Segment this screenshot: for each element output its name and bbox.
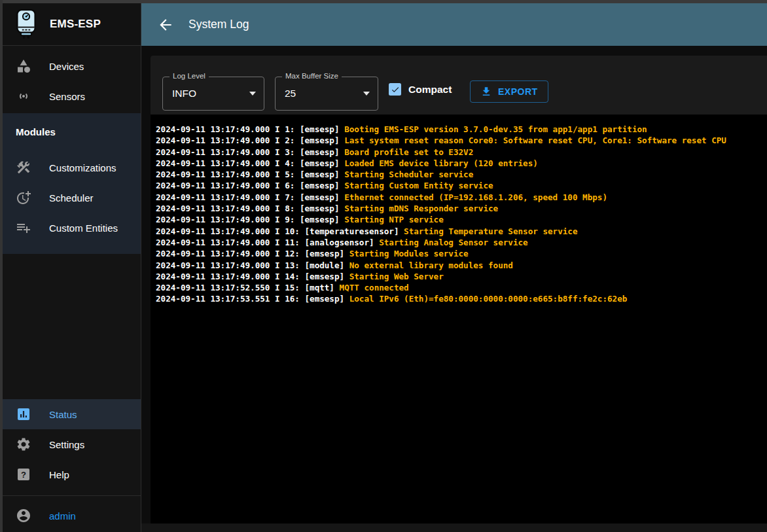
- log-line-prefix: 2024-09-11 13:17:49.000 I 2: [emsesp]: [156, 135, 340, 145]
- log-line-message: Ethernet connected (IP=192.168.1.206, sp…: [340, 192, 607, 202]
- log-line-prefix: 2024-09-11 13:17:49.000 I 4: [emsesp]: [156, 158, 340, 168]
- log-line: 2024-09-11 13:17:49.000 I 13: [module] N…: [156, 260, 764, 271]
- log-line-prefix: 2024-09-11 13:17:49.000 I 8: [emsesp]: [156, 204, 340, 213]
- sidebar-item-settings[interactable]: Settings: [3, 429, 141, 459]
- app-logo-header: EMS-ESP: [3, 3, 141, 46]
- log-line-prefix: 2024-09-11 13:17:53.551 I 16: [emsesp]: [156, 294, 344, 304]
- modules-section-header: Modules: [16, 126, 56, 137]
- log-line-prefix: 2024-09-11 13:17:49.000 I 6: [emsesp]: [156, 181, 340, 190]
- construction-icon: [16, 160, 31, 175]
- max-buffer-size-value: 25: [285, 88, 296, 99]
- content-bottom-strip: [141, 523, 767, 532]
- more-time-icon: [16, 190, 31, 205]
- log-line-prefix: 2024-09-11 13:17:49.000 I 10: [temperatu…: [156, 226, 399, 236]
- gear-icon: [16, 436, 31, 452]
- log-line-prefix: 2024-09-11 13:17:49.000 I 11: [analogsen…: [156, 238, 374, 247]
- sidebar-item-label: Sensors: [49, 91, 85, 102]
- log-level-select[interactable]: Log Level INFO: [162, 77, 264, 111]
- log-line: 2024-09-11 13:17:53.551 I 16: [emsesp] L…: [156, 293, 764, 304]
- log-line-prefix: 2024-09-11 13:17:49.000 I 7: [emsesp]: [156, 192, 340, 202]
- checkbox-checked-icon: [389, 83, 401, 96]
- chevron-down-icon: [363, 92, 370, 96]
- log-line-message: Starting Custom Entity service: [340, 181, 493, 190]
- log-line-message: Starting Modules service: [344, 249, 469, 258]
- sidebar-item-admin[interactable]: admin: [3, 501, 141, 531]
- sidebar-item-label: Devices: [49, 61, 84, 72]
- app-bar: System Log: [141, 3, 767, 46]
- sidebar-item-label: Status: [49, 409, 77, 420]
- log-line-message: Starting NTP service: [340, 215, 444, 224]
- sidebar-item-scheduler[interactable]: Scheduler: [3, 183, 141, 213]
- export-button[interactable]: EXPORT: [470, 80, 548, 103]
- account-circle-icon: [16, 508, 31, 523]
- log-line-prefix: 2024-09-11 13:17:52.550 I 15: [mqtt]: [156, 283, 334, 293]
- log-line-message: No external library modules found: [344, 260, 513, 270]
- sidebar-item-custom-entities[interactable]: Custom Entities: [3, 213, 141, 243]
- log-line-prefix: 2024-09-11 13:17:49.000 I 5: [emsesp]: [156, 169, 340, 179]
- sidebar-item-label: Custom Entities: [49, 222, 118, 234]
- log-line: 2024-09-11 13:17:49.000 I 7: [emsesp] Et…: [156, 192, 764, 203]
- sidebar-item-status[interactable]: Status: [3, 399, 141, 429]
- max-buffer-size-select[interactable]: Max Buffer Size 25: [275, 77, 378, 111]
- log-line: 2024-09-11 13:17:49.000 I 9: [emsesp] St…: [156, 214, 764, 225]
- log-line-message: Board profile set to E32V2: [340, 147, 474, 157]
- log-line-prefix: 2024-09-11 13:17:49.000 I 12: [emsesp]: [156, 249, 344, 258]
- sidebar-item-label: Customizations: [49, 162, 116, 173]
- sidebar: EMS-ESP Devices Sensors Modules Customiz…: [3, 3, 141, 532]
- log-line: 2024-09-11 13:17:49.000 I 11: [analogsen…: [156, 237, 764, 248]
- log-level-value: INFO: [172, 88, 196, 99]
- modules-section: Modules Customizations Scheduler Custom …: [3, 113, 141, 254]
- log-console[interactable]: 2024-09-11 13:17:49.000 I 1: [emsesp] Bo…: [151, 115, 767, 523]
- log-line-message: Booting EMS-ESP version 3.7.0-dev.35 fro…: [340, 124, 647, 134]
- log-line: 2024-09-11 13:17:49.000 I 12: [emsesp] S…: [156, 248, 764, 259]
- sidebar-user-label: admin: [49, 510, 76, 522]
- log-line: 2024-09-11 13:17:49.000 I 1: [emsesp] Bo…: [156, 124, 764, 135]
- log-level-label: Log Level: [169, 72, 209, 80]
- log-line: 2024-09-11 13:17:49.000 I 2: [emsesp] La…: [156, 135, 764, 146]
- sidebar-item-customizations[interactable]: Customizations: [3, 152, 141, 183]
- log-line-message: Starting Web Server: [344, 272, 444, 281]
- compact-checkbox[interactable]: Compact: [389, 83, 452, 96]
- app-logo-icon: [13, 9, 39, 40]
- log-line-prefix: 2024-09-11 13:17:49.000 I 14: [emsesp]: [156, 272, 344, 281]
- log-line: 2024-09-11 13:17:49.000 I 4: [emsesp] Lo…: [156, 158, 764, 169]
- log-line-message: Starting Analog Sensor service: [374, 238, 528, 247]
- download-icon: [480, 86, 492, 98]
- log-line-prefix: 2024-09-11 13:17:49.000 I 13: [module]: [156, 260, 344, 270]
- sidebar-item-label: Settings: [49, 439, 84, 450]
- sidebar-item-devices[interactable]: Devices: [3, 51, 141, 81]
- log-line-message: Last system reset reason Core0: Software…: [340, 135, 726, 145]
- app-name: EMS-ESP: [50, 18, 101, 31]
- category-icon: [16, 58, 31, 74]
- log-line: 2024-09-11 13:17:49.000 I 6: [emsesp] St…: [156, 180, 764, 191]
- log-line-prefix: 2024-09-11 13:17:49.000 I 1: [emsesp]: [156, 124, 340, 134]
- log-line-message: Starting Temperature Sensor service: [399, 226, 578, 236]
- log-line-prefix: 2024-09-11 13:17:49.000 I 3: [emsesp]: [156, 147, 340, 157]
- back-arrow-icon[interactable]: [157, 16, 174, 33]
- log-line-message: Local IPv6 (Eth)=fe80:0000:0000:0000:e66…: [344, 294, 627, 304]
- log-line-message: MQTT connected: [334, 283, 409, 293]
- sensors-icon: [16, 88, 31, 104]
- log-controls-panel: Log Level INFO Max Buffer Size 25 Compac…: [151, 56, 767, 121]
- sidebar-divider: [3, 495, 141, 496]
- sidebar-item-label: Scheduler: [49, 192, 94, 204]
- svg-text:?: ?: [21, 470, 26, 480]
- log-line-prefix: 2024-09-11 13:17:49.000 I 9: [emsesp]: [156, 215, 340, 224]
- export-button-label: EXPORT: [498, 86, 538, 97]
- main-content: Log Level INFO Max Buffer Size 25 Compac…: [141, 46, 767, 532]
- log-line: 2024-09-11 13:17:49.000 I 3: [emsesp] Bo…: [156, 147, 764, 158]
- log-line-message: Starting mDNS Responder service: [340, 204, 499, 213]
- log-line: 2024-09-11 13:17:49.000 I 8: [emsesp] St…: [156, 203, 764, 214]
- sidebar-item-help[interactable]: ? Help: [3, 459, 141, 489]
- sidebar-item-label: Help: [49, 469, 69, 480]
- sidebar-item-sensors[interactable]: Sensors: [3, 81, 141, 111]
- max-buffer-size-label: Max Buffer Size: [282, 72, 342, 80]
- help-icon: ?: [16, 467, 31, 482]
- chevron-down-icon: [249, 92, 256, 96]
- bar-chart-icon: [16, 406, 31, 422]
- log-line-message: Loaded EMS device library (120 entries): [340, 158, 538, 168]
- log-line: 2024-09-11 13:17:49.000 I 14: [emsesp] S…: [156, 271, 764, 282]
- playlist-add-icon: [16, 220, 31, 236]
- log-line: 2024-09-11 13:17:49.000 I 5: [emsesp] St…: [156, 169, 764, 180]
- log-line-message: Starting Scheduler service: [340, 169, 474, 179]
